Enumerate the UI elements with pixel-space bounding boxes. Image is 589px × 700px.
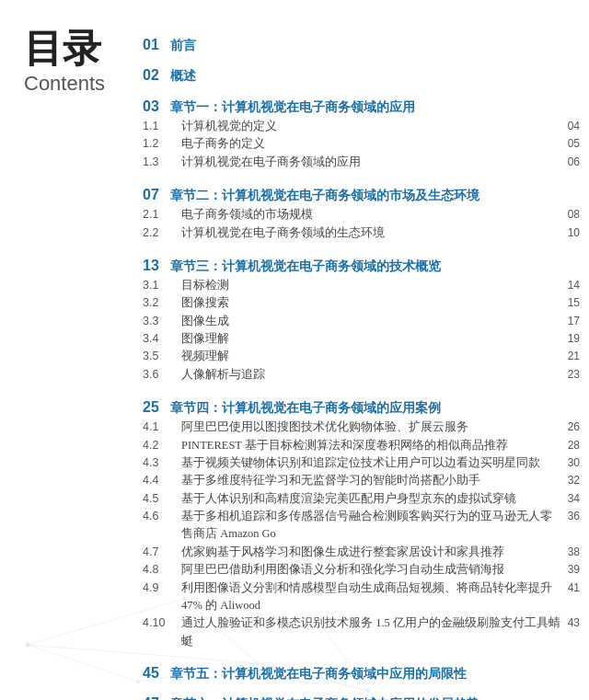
entry-13-4: 3.5视频理解21 <box>143 348 580 365</box>
sub-num-4.3: 4.3 <box>143 454 181 472</box>
page-num-4.6: 36 <box>568 508 580 525</box>
sub-label-4.5: 基于人体识别和高精度渲染完美匹配用户身型京东的虚拟试穿镜 <box>181 490 562 508</box>
section-num-07: 07 <box>143 186 170 203</box>
svg-point-10 <box>136 680 140 683</box>
sub-num-1.3: 1.3 <box>143 154 181 171</box>
entry-13-0: 3.1目标检测14 <box>143 277 580 294</box>
svg-line-1 <box>28 645 138 682</box>
page-num-4.2: 28 <box>568 437 580 454</box>
svg-line-3 <box>184 599 258 663</box>
section-header-03: 03章节一：计算机视觉在电子商务领域的应用 <box>143 98 580 116</box>
sub-label-4.7: 优家购基于风格学习和图像生成进行整套家居设计和家具推荐 <box>181 544 562 561</box>
page-num-4.5: 34 <box>568 490 580 508</box>
sub-num-4.8: 4.8 <box>143 561 181 579</box>
sub-num-4.5: 4.5 <box>143 490 181 508</box>
svg-point-9 <box>182 597 186 601</box>
page-num-4.1: 26 <box>568 419 580 436</box>
section-label-01: 前言 <box>170 38 580 54</box>
entry-13-5: 3.6人像解析与追踪23 <box>143 366 580 384</box>
sub-label-4.6: 基于多相机追踪和多传感器信号融合检测顾客购买行为的亚马逊无人零售商店 Amazo… <box>181 508 562 544</box>
page-num-3.6: 23 <box>568 366 580 384</box>
page-num-3.3: 17 <box>568 313 580 330</box>
sub-num-2.1: 2.1 <box>143 206 181 224</box>
sub-label-1.2: 电子商务的定义 <box>181 135 562 153</box>
sub-label-4.3: 基于视频关键物体识别和追踪定位技术让用户可以边看边买明星同款 <box>181 454 562 472</box>
page-num-3.2: 15 <box>568 294 580 312</box>
sub-num-3.4: 3.4 <box>143 330 181 348</box>
sub-num-4.2: 4.2 <box>143 437 181 454</box>
svg-line-5 <box>184 599 322 626</box>
sub-num-4.1: 4.1 <box>143 419 181 436</box>
section-num-13: 13 <box>143 257 170 274</box>
section-num-02: 02 <box>143 67 170 84</box>
sub-num-4.4: 4.4 <box>143 472 181 489</box>
entry-25-6: 4.7优家购基于风格学习和图像生成进行整套家居设计和家具推荐38 <box>143 544 580 561</box>
entry-25-2: 4.3基于视频关键物体识别和追踪定位技术让用户可以边看边买明星同款30 <box>143 454 580 472</box>
sub-label-3.4: 图像理解 <box>181 330 562 348</box>
sub-num-3.5: 3.5 <box>143 348 181 365</box>
page-num-4.3: 30 <box>568 454 580 472</box>
page-num-3.4: 19 <box>568 330 580 348</box>
entry-25-5: 4.6基于多相机追踪和多传感器信号融合检测顾客购买行为的亚马逊无人零售商店 Am… <box>143 508 580 544</box>
page-num-3.1: 14 <box>568 277 580 294</box>
section-num-01: 01 <box>143 37 170 53</box>
page-num-2.1: 08 <box>568 206 580 224</box>
page-num-4.4: 32 <box>568 472 580 489</box>
sub-label-1.1: 计算机视觉的定义 <box>181 118 562 135</box>
sub-label-3.2: 图像搜索 <box>181 294 562 312</box>
sub-label-3.3: 图像生成 <box>181 313 562 330</box>
page-num-1.1: 04 <box>568 118 580 135</box>
sub-num-4.6: 4.6 <box>143 508 181 525</box>
section-label-03: 章节一：计算机视觉在电子商务领域的应用 <box>170 99 580 116</box>
page-num-1.3: 06 <box>568 154 580 171</box>
section-header-01: 01前言 <box>143 37 580 54</box>
sub-num-1.2: 1.2 <box>143 135 181 153</box>
sub-num-3.3: 3.3 <box>143 313 181 330</box>
entry-25-0: 4.1阿里巴巴使用以图搜图技术优化购物体验、扩展云服务26 <box>143 419 580 436</box>
svg-point-11 <box>256 661 260 665</box>
sub-label-2.2: 计算机视觉在电子商务领域的生态环境 <box>181 224 562 242</box>
sub-label-3.6: 人像解析与追踪 <box>181 366 562 384</box>
svg-point-8 <box>26 643 30 648</box>
decoration-svg <box>0 590 589 700</box>
sub-num-2.2: 2.2 <box>143 224 181 242</box>
page-num-3.5: 21 <box>568 348 580 365</box>
page: 目录 Contents 01前言02概述03章节一：计算机视觉在电子商务领域的应… <box>0 0 589 700</box>
title-en: Contents <box>24 72 134 96</box>
sub-label-3.1: 目标检测 <box>181 277 562 294</box>
svg-line-2 <box>28 645 258 663</box>
sub-label-4.4: 基于多维度特征学习和无监督学习的智能时尚搭配小助手 <box>181 472 562 489</box>
entry-25-4: 4.5基于人体识别和高精度渲染完美匹配用户身型京东的虚拟试穿镜34 <box>143 490 580 508</box>
sub-label-4.8: 阿里巴巴借助利用图像语义分析和强化学习自动生成营销海报 <box>181 561 562 579</box>
entry-07-1: 2.2计算机视觉在电子商务领域的生态环境10 <box>143 224 580 242</box>
sub-num-3.6: 3.6 <box>143 366 181 384</box>
sub-label-1.3: 计算机视觉在电子商务领域的应用 <box>181 154 562 171</box>
section-header-13: 13章节三：计算机视觉在电子商务领域的技术概览 <box>143 257 580 275</box>
svg-line-0 <box>28 599 184 645</box>
entry-03-0: 1.1计算机视觉的定义04 <box>143 118 580 135</box>
page-num-4.7: 38 <box>568 544 580 561</box>
entry-25-1: 4.2PINTEREST 基于目标检测算法和深度卷积网络的相似商品推荐28 <box>143 437 580 454</box>
sub-label-2.1: 电子商务领域的市场规模 <box>181 206 562 224</box>
title-block: 目录 Contents <box>24 28 134 96</box>
section-header-25: 25章节四：计算机视觉在电子商务领域的应用案例 <box>143 398 580 417</box>
section-label-07: 章节二：计算机视觉在电子商务领域的市场及生态环境 <box>170 188 580 204</box>
entry-25-3: 4.4基于多维度特征学习和无监督学习的智能时尚搭配小助手32 <box>143 472 580 489</box>
section-header-02: 02概述 <box>143 67 580 85</box>
sub-num-3.2: 3.2 <box>143 294 181 312</box>
page-num-2.2: 10 <box>568 224 580 242</box>
sub-label-4.2: PINTEREST 基于目标检测算法和深度卷积网络的相似商品推荐 <box>181 437 562 454</box>
section-label-13: 章节三：计算机视觉在电子商务领域的技术概览 <box>170 258 580 275</box>
sub-num-1.1: 1.1 <box>143 118 181 135</box>
page-num-1.2: 05 <box>568 135 580 153</box>
sub-num-4.7: 4.7 <box>143 544 181 561</box>
sub-label-3.5: 视频理解 <box>181 348 562 365</box>
svg-point-13 <box>366 689 370 693</box>
entry-13-2: 3.3图像生成17 <box>143 313 580 330</box>
entry-25-7: 4.8阿里巴巴借助利用图像语义分析和强化学习自动生成营销海报39 <box>143 561 580 579</box>
entry-13-1: 3.2图像搜索15 <box>143 294 580 312</box>
page-num-4.8: 39 <box>568 561 580 579</box>
svg-line-4 <box>138 663 258 682</box>
entry-03-2: 1.3计算机视觉在电子商务领域的应用06 <box>143 154 580 171</box>
section-num-03: 03 <box>143 98 170 115</box>
